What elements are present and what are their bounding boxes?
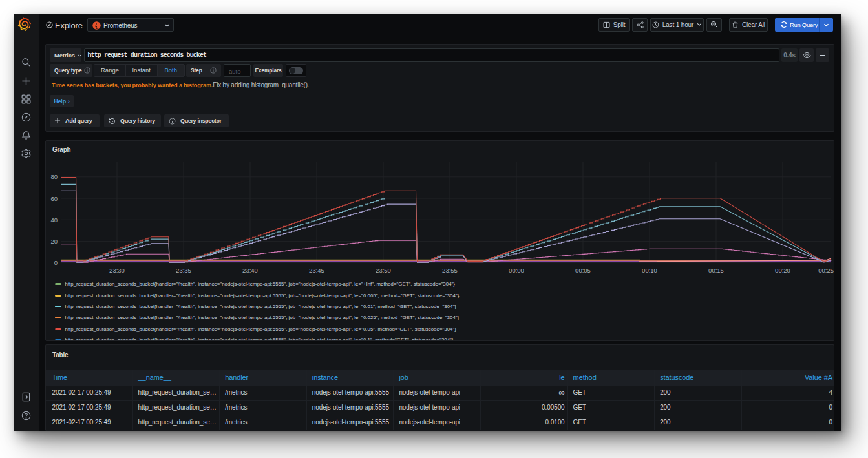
svg-text:60: 60 [50,195,58,202]
svg-text:23:35: 23:35 [176,267,191,274]
svg-text:23:40: 23:40 [242,267,258,274]
svg-text:00:15: 00:15 [708,267,724,274]
svg-text:00:05: 00:05 [575,267,591,274]
svg-text:23:50: 23:50 [376,267,391,274]
svg-text:00:25: 00:25 [818,267,834,274]
svg-text:23:45: 23:45 [309,267,324,274]
svg-text:40: 40 [50,216,58,224]
svg-text:0: 0 [54,259,58,266]
svg-text:23:55: 23:55 [442,267,458,274]
svg-text:23:30: 23:30 [109,267,125,274]
svg-text:80: 80 [50,173,58,180]
svg-text:00:00: 00:00 [509,267,524,274]
svg-text:00:20: 00:20 [775,267,790,274]
svg-text:20: 20 [50,238,58,245]
svg-text:00:10: 00:10 [642,267,657,274]
